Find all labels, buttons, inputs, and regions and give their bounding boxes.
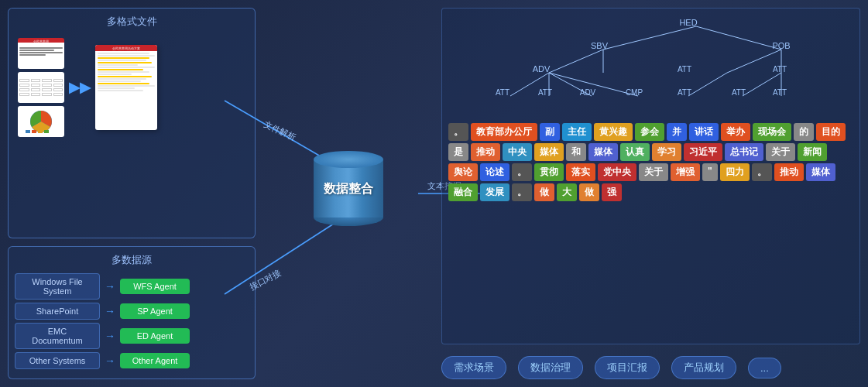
- doc-line-9: [98, 80, 141, 82]
- word-tag-42: 做: [579, 183, 599, 201]
- doc-highlight-4: [98, 76, 152, 77]
- db-top: [314, 151, 383, 168]
- multi-format-box: 多格式文件 全民营养周: [8, 8, 256, 238]
- doc-highlight-3: [98, 69, 143, 70]
- word-tag-24: 舆论: [448, 163, 478, 181]
- source-label-4: Other Systems: [15, 352, 100, 369]
- agent-label-2: SP Agent: [120, 303, 190, 319]
- line4: [19, 54, 46, 56]
- line2: [19, 50, 54, 51]
- word-tag-9: 现场会: [753, 123, 791, 141]
- word-tags: 。 教育部办公厅 副 主任 黄兴趣 参会 并 讲话 举办 现场会 的 目的 是 …: [448, 123, 853, 201]
- word-tag-18: 认真: [620, 143, 650, 161]
- topic-bubble-2: 数据治理: [518, 356, 583, 379]
- doc-line-6: [98, 71, 149, 73]
- source-row-1: Windows File System → WFS Agent: [15, 273, 249, 300]
- topic-bubble-5: ...: [748, 358, 781, 378]
- word-tag-17: 媒体: [588, 143, 618, 161]
- agent-label-4: Other Agent: [120, 353, 190, 368]
- word-tag-30: 关于: [639, 163, 668, 181]
- line3: [19, 52, 63, 53]
- svg-text:CMP: CMP: [626, 88, 643, 97]
- double-arrow: ▶▶: [69, 79, 91, 96]
- word-tag-13: 推动: [471, 143, 500, 161]
- word-tag-31: 增强: [671, 163, 700, 181]
- word-tag-4: 黄兴趣: [594, 123, 633, 141]
- source-arrow-4: →: [105, 354, 115, 367]
- table-mini: [18, 77, 64, 98]
- db-label: 数据整合: [324, 180, 373, 197]
- source-arrow-1: →: [105, 280, 115, 293]
- word-tag-29: 党中央: [598, 163, 636, 181]
- doc-highlight-2: [98, 62, 152, 63]
- word-tag-37: 融合: [448, 183, 478, 201]
- doc-line-11: [98, 87, 135, 89]
- tree-lines-svg: HED SBV ADV POB ATT ATT ADV CMP ATT ATT …: [448, 15, 853, 123]
- middle-panel: 数据整合: [263, 0, 434, 387]
- doc-line-4: [98, 64, 138, 66]
- word-tag-6: 并: [667, 123, 687, 141]
- right-panel: HED SBV ADV POB ATT ATT ADV CMP ATT ATT …: [434, 0, 868, 387]
- word-tag-11: 目的: [816, 123, 846, 141]
- word-tag-39: 。: [512, 183, 532, 201]
- svg-text:ATT: ATT: [678, 88, 691, 97]
- svg-text:POB: POB: [772, 41, 790, 50]
- svg-text:ATT: ATT: [773, 88, 787, 97]
- word-tag-7: 讲话: [689, 123, 719, 141]
- word-tag-26: 。: [512, 163, 532, 181]
- word-tag-36: 媒体: [806, 163, 835, 181]
- table-thumb: [18, 72, 64, 103]
- report-body: [18, 45, 64, 58]
- word-tag-27: 贯彻: [534, 163, 564, 181]
- report-title-text: 全民营养周: [18, 38, 64, 45]
- multi-source-title: 多数据源: [15, 253, 249, 267]
- word-tag-32: ": [702, 163, 718, 181]
- doc-line-7: [98, 74, 132, 75]
- word-tag-15: 媒体: [534, 143, 564, 161]
- doc-line-10: [98, 85, 155, 87]
- svg-line-13: [603, 26, 696, 50]
- word-tag-19: 学习: [652, 143, 681, 161]
- file-stack: 全民营养周: [18, 38, 64, 137]
- word-tag-21: 总书记: [725, 143, 763, 161]
- doc-line-5: [98, 67, 155, 68]
- svg-text:ATT: ATT: [496, 88, 509, 97]
- svg-text:ATT: ATT: [538, 88, 552, 97]
- db-cylinder: 数据整合: [314, 151, 383, 236]
- word-tag-38: 发展: [480, 183, 509, 201]
- source-label-3: EMC Documentum: [15, 323, 100, 349]
- word-tag-0: 。: [448, 123, 468, 141]
- word-tag-3: 主任: [562, 123, 592, 141]
- word-tag-28: 落实: [566, 163, 595, 181]
- topic-bubble-4: 产品规划: [671, 356, 736, 379]
- svg-rect-10: [32, 130, 36, 133]
- svg-text:ADV: ADV: [533, 64, 551, 74]
- svg-rect-9: [26, 130, 30, 133]
- db-wrapper: 数据整合: [314, 151, 383, 236]
- word-tag-22: 关于: [766, 143, 795, 161]
- word-tag-33: 四力: [720, 163, 750, 181]
- svg-line-14: [696, 26, 781, 50]
- doc-header: 全民营养周活动方案: [95, 45, 157, 51]
- left-panel: 多格式文件 全民营养周: [0, 0, 263, 387]
- agent-label-1: WFS Agent: [120, 279, 190, 294]
- word-tag-23: 新闻: [798, 143, 827, 161]
- svg-rect-12: [44, 130, 49, 133]
- bottom-topics: 需求场景 数据治理 项目汇报 产品规划 ...: [441, 352, 860, 379]
- doc-preview: 全民营养周活动方案: [95, 45, 157, 130]
- db-body: 数据整合: [314, 159, 383, 217]
- word-tag-14: 中央: [503, 143, 532, 161]
- line1: [19, 47, 63, 49]
- svg-text:ATT: ATT: [678, 65, 691, 74]
- source-label-2: SharePoint: [15, 303, 100, 320]
- source-label-1: Windows File System: [15, 273, 100, 300]
- svg-line-23: [688, 73, 727, 96]
- topic-bubble-1: 需求场景: [441, 356, 506, 379]
- word-tag-8: 举办: [721, 123, 750, 141]
- svg-text:ATT: ATT: [773, 65, 787, 74]
- doc-line-8: [98, 78, 146, 80]
- doc-content: [98, 53, 155, 91]
- doc-line-2: [98, 55, 155, 57]
- source-row-3: EMC Documentum → ED Agent: [15, 323, 249, 349]
- word-tag-40: 做: [534, 183, 554, 201]
